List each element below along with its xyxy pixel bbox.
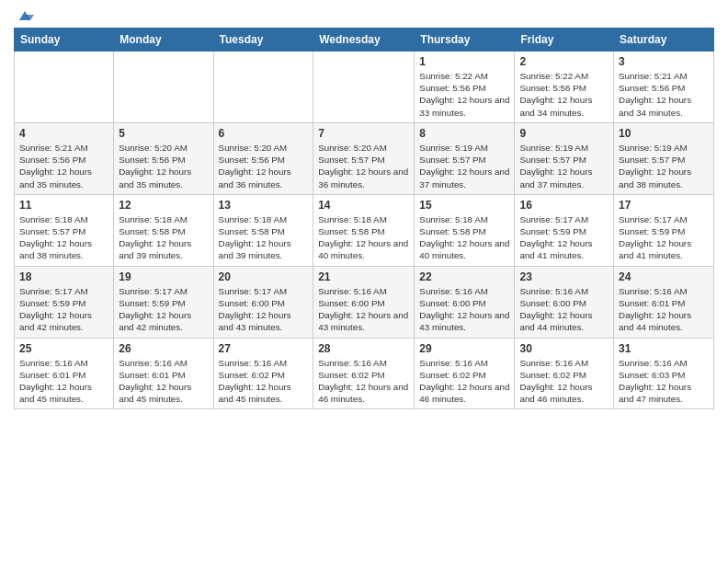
- day-number: 19: [119, 270, 208, 283]
- day-info: Sunrise: 5:17 AM Sunset: 6:00 PM Dayligh…: [219, 285, 309, 334]
- calendar-cell: 21Sunrise: 5:16 AM Sunset: 6:00 PM Dayli…: [313, 266, 415, 338]
- calendar-cell: 9Sunrise: 5:19 AM Sunset: 5:57 PM Daylig…: [515, 122, 614, 194]
- day-number: 31: [619, 342, 709, 355]
- day-info: Sunrise: 5:20 AM Sunset: 5:56 PM Dayligh…: [219, 142, 309, 190]
- calendar-cell: 2Sunrise: 5:22 AM Sunset: 5:56 PM Daylig…: [515, 52, 614, 123]
- day-number: 27: [219, 342, 309, 355]
- day-info: Sunrise: 5:21 AM Sunset: 5:56 PM Dayligh…: [619, 70, 709, 119]
- day-number: 21: [318, 270, 409, 283]
- calendar-cell: 8Sunrise: 5:19 AM Sunset: 5:57 PM Daylig…: [415, 122, 515, 194]
- logo: [14, 9, 34, 24]
- calendar-cell: 15Sunrise: 5:18 AM Sunset: 5:58 PM Dayli…: [415, 194, 515, 266]
- day-info: Sunrise: 5:16 AM Sunset: 6:01 PM Dayligh…: [619, 285, 709, 334]
- day-number: 10: [619, 127, 709, 140]
- calendar-cell: 26Sunrise: 5:16 AM Sunset: 6:01 PM Dayli…: [114, 338, 213, 409]
- day-info: Sunrise: 5:19 AM Sunset: 5:57 PM Dayligh…: [619, 142, 709, 190]
- week-row-2: 4Sunrise: 5:21 AM Sunset: 5:56 PM Daylig…: [15, 122, 714, 194]
- col-header-saturday: Saturday: [614, 29, 714, 52]
- calendar-cell: 13Sunrise: 5:18 AM Sunset: 5:58 PM Dayli…: [213, 194, 313, 266]
- day-number: 26: [119, 342, 208, 355]
- col-header-tuesday: Tuesday: [213, 29, 313, 52]
- day-info: Sunrise: 5:16 AM Sunset: 6:00 PM Dayligh…: [519, 285, 609, 334]
- week-row-5: 25Sunrise: 5:16 AM Sunset: 6:01 PM Dayli…: [15, 338, 714, 409]
- day-number: 8: [419, 127, 509, 140]
- day-number: 7: [318, 127, 409, 140]
- calendar-cell: 24Sunrise: 5:16 AM Sunset: 6:01 PM Dayli…: [614, 266, 714, 338]
- day-number: 25: [19, 342, 108, 355]
- calendar-cell: 11Sunrise: 5:18 AM Sunset: 5:57 PM Dayli…: [15, 194, 114, 266]
- day-number: 16: [519, 199, 609, 212]
- day-info: Sunrise: 5:16 AM Sunset: 6:01 PM Dayligh…: [19, 357, 108, 406]
- day-info: Sunrise: 5:16 AM Sunset: 6:02 PM Dayligh…: [419, 357, 509, 406]
- calendar-cell: 31Sunrise: 5:16 AM Sunset: 6:03 PM Dayli…: [614, 338, 714, 409]
- calendar-cell: 22Sunrise: 5:16 AM Sunset: 6:00 PM Dayli…: [415, 266, 515, 338]
- day-number: 2: [519, 55, 609, 68]
- day-number: 29: [419, 342, 509, 355]
- day-number: 11: [19, 199, 108, 212]
- day-info: Sunrise: 5:16 AM Sunset: 6:03 PM Dayligh…: [619, 357, 709, 406]
- day-number: 15: [419, 199, 509, 212]
- day-info: Sunrise: 5:19 AM Sunset: 5:57 PM Dayligh…: [519, 142, 609, 190]
- week-row-1: 1Sunrise: 5:22 AM Sunset: 5:56 PM Daylig…: [15, 52, 714, 123]
- week-row-4: 18Sunrise: 5:17 AM Sunset: 5:59 PM Dayli…: [15, 266, 714, 338]
- day-info: Sunrise: 5:16 AM Sunset: 6:00 PM Dayligh…: [419, 285, 509, 334]
- calendar-cell: 4Sunrise: 5:21 AM Sunset: 5:56 PM Daylig…: [15, 122, 114, 194]
- calendar-cell: 16Sunrise: 5:17 AM Sunset: 5:59 PM Dayli…: [515, 194, 614, 266]
- day-info: Sunrise: 5:19 AM Sunset: 5:57 PM Dayligh…: [419, 142, 509, 190]
- calendar-cell: [15, 52, 114, 123]
- day-number: 9: [519, 127, 609, 140]
- calendar-cell: 3Sunrise: 5:21 AM Sunset: 5:56 PM Daylig…: [614, 52, 714, 123]
- col-header-thursday: Thursday: [415, 29, 515, 52]
- day-number: 20: [219, 270, 309, 283]
- day-number: 3: [619, 55, 709, 68]
- calendar-cell: [213, 52, 313, 123]
- calendar-cell: 20Sunrise: 5:17 AM Sunset: 6:00 PM Dayli…: [213, 266, 313, 338]
- day-info: Sunrise: 5:16 AM Sunset: 6:02 PM Dayligh…: [318, 357, 409, 406]
- col-header-monday: Monday: [114, 29, 213, 52]
- calendar-cell: 7Sunrise: 5:20 AM Sunset: 5:57 PM Daylig…: [313, 122, 415, 194]
- day-info: Sunrise: 5:22 AM Sunset: 5:56 PM Dayligh…: [419, 70, 509, 119]
- calendar-cell: 27Sunrise: 5:16 AM Sunset: 6:02 PM Dayli…: [213, 338, 313, 409]
- day-number: 18: [19, 270, 108, 283]
- day-number: 14: [318, 199, 409, 212]
- day-number: 30: [519, 342, 609, 355]
- day-info: Sunrise: 5:16 AM Sunset: 6:00 PM Dayligh…: [318, 285, 409, 334]
- day-info: Sunrise: 5:18 AM Sunset: 5:58 PM Dayligh…: [119, 213, 208, 262]
- day-number: 6: [219, 127, 309, 140]
- col-header-friday: Friday: [515, 29, 614, 52]
- day-info: Sunrise: 5:17 AM Sunset: 5:59 PM Dayligh…: [19, 285, 108, 334]
- day-info: Sunrise: 5:18 AM Sunset: 5:58 PM Dayligh…: [419, 213, 509, 262]
- calendar-cell: 19Sunrise: 5:17 AM Sunset: 5:59 PM Dayli…: [114, 266, 213, 338]
- day-number: 24: [619, 270, 709, 283]
- day-info: Sunrise: 5:20 AM Sunset: 5:57 PM Dayligh…: [318, 142, 409, 190]
- week-row-3: 11Sunrise: 5:18 AM Sunset: 5:57 PM Dayli…: [15, 194, 714, 266]
- calendar-cell: 5Sunrise: 5:20 AM Sunset: 5:56 PM Daylig…: [114, 122, 213, 194]
- calendar-cell: 25Sunrise: 5:16 AM Sunset: 6:01 PM Dayli…: [15, 338, 114, 409]
- col-header-wednesday: Wednesday: [313, 29, 415, 52]
- day-info: Sunrise: 5:17 AM Sunset: 5:59 PM Dayligh…: [119, 285, 208, 334]
- day-info: Sunrise: 5:18 AM Sunset: 5:57 PM Dayligh…: [19, 213, 108, 262]
- day-number: 13: [219, 199, 309, 212]
- day-number: 23: [519, 270, 609, 283]
- calendar-cell: 28Sunrise: 5:16 AM Sunset: 6:02 PM Dayli…: [313, 338, 415, 409]
- day-number: 5: [119, 127, 208, 140]
- day-info: Sunrise: 5:22 AM Sunset: 5:56 PM Dayligh…: [519, 70, 609, 119]
- day-info: Sunrise: 5:16 AM Sunset: 6:02 PM Dayligh…: [519, 357, 609, 406]
- day-number: 22: [419, 270, 509, 283]
- calendar-cell: 18Sunrise: 5:17 AM Sunset: 5:59 PM Dayli…: [15, 266, 114, 338]
- day-number: 1: [419, 55, 509, 68]
- days-header-row: SundayMondayTuesdayWednesdayThursdayFrid…: [15, 29, 714, 52]
- day-number: 28: [318, 342, 409, 355]
- calendar-cell: 29Sunrise: 5:16 AM Sunset: 6:02 PM Dayli…: [415, 338, 515, 409]
- day-number: 12: [119, 199, 208, 212]
- day-info: Sunrise: 5:17 AM Sunset: 5:59 PM Dayligh…: [619, 213, 709, 262]
- calendar-cell: 23Sunrise: 5:16 AM Sunset: 6:00 PM Dayli…: [515, 266, 614, 338]
- day-info: Sunrise: 5:17 AM Sunset: 5:59 PM Dayligh…: [519, 213, 609, 262]
- day-info: Sunrise: 5:21 AM Sunset: 5:56 PM Dayligh…: [19, 142, 108, 190]
- calendar-table: SundayMondayTuesdayWednesdayThursdayFrid…: [14, 28, 714, 409]
- logo-icon: [16, 7, 34, 26]
- header: [14, 9, 714, 24]
- calendar-cell: 1Sunrise: 5:22 AM Sunset: 5:56 PM Daylig…: [415, 52, 515, 123]
- day-info: Sunrise: 5:18 AM Sunset: 5:58 PM Dayligh…: [219, 213, 309, 262]
- day-info: Sunrise: 5:16 AM Sunset: 6:02 PM Dayligh…: [219, 357, 309, 406]
